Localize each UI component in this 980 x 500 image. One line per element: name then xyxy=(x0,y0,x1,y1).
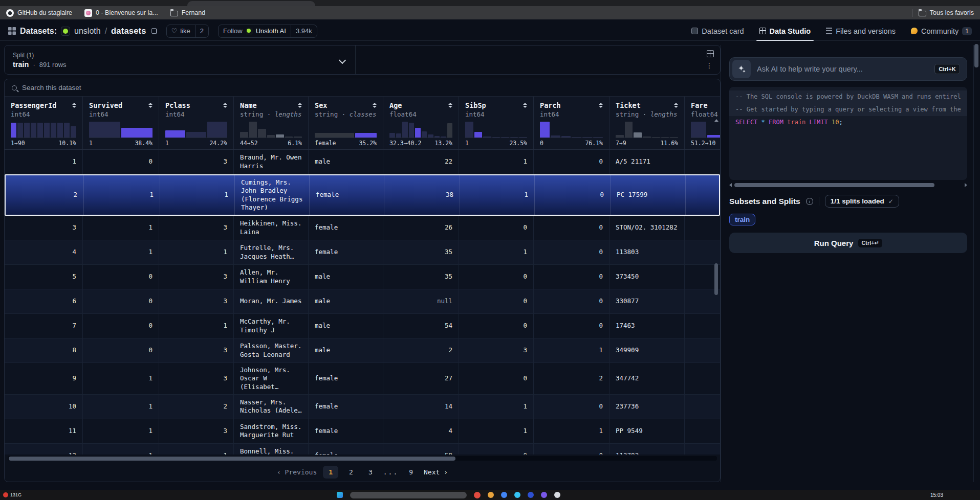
next-button[interactable]: Next › xyxy=(424,468,448,476)
more-options-icon[interactable]: ⋮ xyxy=(706,62,713,69)
histogram-bar[interactable] xyxy=(267,135,275,138)
sort-icon[interactable] xyxy=(223,103,227,108)
histogram-bar[interactable] xyxy=(285,137,293,138)
histogram[interactable] xyxy=(465,122,527,138)
histogram-bar[interactable] xyxy=(57,123,63,138)
histogram-bar[interactable] xyxy=(519,137,527,138)
histogram-bar[interactable] xyxy=(652,137,660,138)
splits-loaded-badge[interactable]: 1/1 splits loaded ✓ xyxy=(825,195,899,208)
copy-icon[interactable] xyxy=(151,28,157,34)
histogram-bar[interactable] xyxy=(71,126,76,138)
histogram-bar[interactable] xyxy=(24,123,30,138)
histogram-bar[interactable] xyxy=(240,132,248,138)
histogram-bar[interactable] xyxy=(415,128,421,138)
histogram-bar[interactable] xyxy=(643,137,651,138)
table-row[interactable]: 701McCarthy, Mr. Timothy Jmale540017463 xyxy=(5,314,720,338)
histogram-bar[interactable] xyxy=(670,137,678,138)
table-row[interactable]: 313Heikkinen, Miss. Lainafemale2600STON/… xyxy=(5,216,720,240)
histogram-bar[interactable] xyxy=(249,122,257,138)
view-grid-icon[interactable] xyxy=(707,50,714,57)
sort-icon[interactable] xyxy=(448,103,452,108)
scrollbar-thumb[interactable] xyxy=(9,457,455,461)
histogram-bar[interactable] xyxy=(409,123,415,138)
histogram-bar[interactable] xyxy=(561,136,571,138)
taskbar-app-icon[interactable] xyxy=(488,492,494,498)
page-button-1[interactable]: 1 xyxy=(323,466,338,479)
histogram-bar[interactable] xyxy=(355,133,377,138)
repo-link[interactable]: datasets xyxy=(111,26,146,36)
histogram-bar[interactable] xyxy=(31,123,36,138)
table-row[interactable]: 103Braund, Mr. Owen Harrismale2210A/5 21… xyxy=(5,150,720,174)
taskbar-app-icon[interactable] xyxy=(474,492,481,498)
histogram-bar[interactable] xyxy=(207,122,227,138)
scroll-right-arrow-icon[interactable] xyxy=(965,183,967,187)
page-button-9[interactable]: 9 xyxy=(404,466,418,479)
histogram[interactable] xyxy=(315,122,377,138)
taskbar-app-icon[interactable] xyxy=(337,492,343,498)
column-header-pclass[interactable]: Pclassint64124.2% xyxy=(159,97,234,149)
taskbar-app-icon[interactable] xyxy=(541,492,547,498)
histogram-bar[interactable] xyxy=(276,134,284,138)
histogram[interactable] xyxy=(540,122,603,138)
histogram-bar[interactable] xyxy=(422,131,427,138)
table-vertical-scrollbar[interactable] xyxy=(714,119,718,438)
page-button-3[interactable]: 3 xyxy=(364,466,377,479)
tab-data-studio[interactable]: Data Studio xyxy=(759,21,811,40)
histogram-bar[interactable] xyxy=(540,122,550,138)
column-header-sex[interactable]: Sexstring · classesfemale35.2% xyxy=(309,97,383,149)
histogram[interactable] xyxy=(616,122,678,138)
histogram-bar[interactable] xyxy=(89,122,120,138)
scroll-up-arrow-icon[interactable] xyxy=(714,119,718,122)
like-count[interactable]: 2 xyxy=(195,25,208,37)
histogram-bar[interactable] xyxy=(501,137,509,138)
histogram-bar[interactable] xyxy=(37,123,43,138)
column-header-ticket[interactable]: Ticketstring · lengths7→911.6% xyxy=(609,97,685,149)
taskbar-search-pill[interactable] xyxy=(350,492,467,498)
taskbar-app-icon[interactable] xyxy=(501,492,507,498)
table-row-selected[interactable]: 211Cumings, Mrs. John Bradley (Florence … xyxy=(5,174,720,216)
browser-tab[interactable] xyxy=(187,1,315,6)
taskbar-app-icon[interactable] xyxy=(528,492,534,498)
histogram[interactable] xyxy=(240,122,302,138)
table-row[interactable]: 913Johnson, Mrs. Oscar W (Elisabet…femal… xyxy=(5,363,720,395)
table-row[interactable]: 1211Bonnell, Miss. Elizabethfemale580011… xyxy=(5,444,720,454)
column-header-name[interactable]: Namestring · lengths44→526.1% xyxy=(234,97,309,149)
editor-horizontal-scrollbar[interactable] xyxy=(729,183,967,188)
tab-community[interactable]: Community1 xyxy=(911,21,972,40)
sort-icon[interactable] xyxy=(373,103,377,108)
tab-files-and-versions[interactable]: Files and versions xyxy=(826,21,896,40)
histogram-bar[interactable] xyxy=(258,129,266,138)
histogram-bar[interactable] xyxy=(510,137,518,138)
taskbar-app-icon[interactable] xyxy=(554,492,560,498)
scrollbar-track[interactable] xyxy=(734,183,962,187)
table-row[interactable]: 1113Sandstrom, Miss. Marguerite Rutfemal… xyxy=(5,419,720,444)
histogram-bar[interactable] xyxy=(474,132,483,138)
histogram-bar[interactable] xyxy=(634,132,642,138)
table-row[interactable]: 411Futrelle, Mrs. Jacques Heath…female35… xyxy=(5,240,720,265)
histogram-bar[interactable] xyxy=(315,133,354,138)
histogram-bar[interactable] xyxy=(294,137,302,138)
histogram-bar[interactable] xyxy=(186,132,206,138)
like-button[interactable]: ♡ like xyxy=(167,25,195,37)
histogram-bar[interactable] xyxy=(492,137,500,138)
histogram-bar[interactable] xyxy=(17,123,23,138)
sort-icon[interactable] xyxy=(72,103,76,108)
histogram-bar[interactable] xyxy=(625,122,633,138)
sort-icon[interactable] xyxy=(674,103,678,108)
bookmark-item[interactable]: Fernand xyxy=(170,9,206,16)
histogram-bar[interactable] xyxy=(64,123,70,138)
histogram-bar[interactable] xyxy=(396,133,402,138)
table-row[interactable]: 1012Nasser, Mrs. Nicholas (Adele…female1… xyxy=(5,395,720,419)
histogram-bar[interactable] xyxy=(121,128,153,138)
histogram-bar[interactable] xyxy=(582,137,592,138)
histogram-bar[interactable] xyxy=(483,137,491,138)
histogram-bar[interactable] xyxy=(616,135,624,138)
bookmark-item[interactable]: 0 - Bienvenue sur la... xyxy=(84,9,158,17)
follow-button[interactable]: Follow Unsloth AI xyxy=(219,25,291,37)
sort-icon[interactable] xyxy=(148,103,153,108)
histogram-bar[interactable] xyxy=(51,123,56,138)
histogram-bar[interactable] xyxy=(165,130,185,138)
taskbar-left-badge[interactable]: 131G xyxy=(3,492,21,497)
table-row[interactable]: 603Moran, Mr. Jamesmalenull00330877 xyxy=(5,289,720,314)
scrollbar-thumb[interactable] xyxy=(734,183,934,187)
